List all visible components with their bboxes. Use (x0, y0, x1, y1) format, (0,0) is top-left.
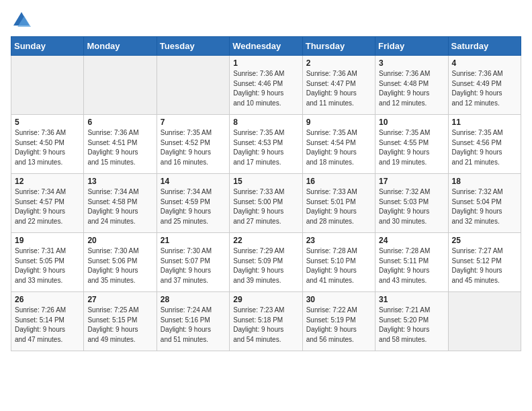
calendar-cell: 22Sunrise: 7:29 AM Sunset: 5:09 PM Dayli… (230, 233, 302, 292)
day-info: Sunrise: 7:22 AM Sunset: 5:19 PM Dayligh… (306, 306, 371, 345)
weekday-header: Wednesday (230, 37, 302, 56)
calendar-cell: 29Sunrise: 7:23 AM Sunset: 5:18 PM Dayli… (230, 292, 302, 351)
calendar-cell: 21Sunrise: 7:30 AM Sunset: 5:07 PM Dayli… (157, 233, 229, 292)
day-number: 19 (15, 236, 80, 245)
day-info: Sunrise: 7:35 AM Sunset: 4:53 PM Dayligh… (233, 128, 298, 167)
day-number: 8 (233, 118, 298, 127)
calendar-cell: 3Sunrise: 7:36 AM Sunset: 4:48 PM Daylig… (375, 56, 448, 115)
day-number: 3 (379, 58, 444, 68)
calendar-cell: 5Sunrise: 7:36 AM Sunset: 4:50 PM Daylig… (11, 115, 84, 174)
day-info: Sunrise: 7:33 AM Sunset: 5:01 PM Dayligh… (306, 187, 371, 226)
calendar-cell (11, 56, 84, 115)
day-info: Sunrise: 7:36 AM Sunset: 4:46 PM Dayligh… (233, 69, 298, 108)
day-number: 27 (87, 295, 152, 304)
day-number: 6 (87, 118, 152, 127)
day-number: 23 (306, 236, 371, 245)
weekday-header-row: SundayMondayTuesdayWednesdayThursdayFrid… (11, 37, 521, 56)
calendar-cell: 31Sunrise: 7:21 AM Sunset: 5:20 PM Dayli… (375, 292, 448, 351)
calendar-cell: 13Sunrise: 7:34 AM Sunset: 4:58 PM Dayli… (84, 174, 157, 233)
day-info: Sunrise: 7:21 AM Sunset: 5:20 PM Dayligh… (379, 306, 444, 345)
day-info: Sunrise: 7:27 AM Sunset: 5:12 PM Dayligh… (452, 246, 517, 285)
day-number: 16 (306, 177, 371, 186)
calendar-cell: 30Sunrise: 7:22 AM Sunset: 5:19 PM Dayli… (302, 292, 375, 351)
day-info: Sunrise: 7:35 AM Sunset: 4:54 PM Dayligh… (306, 128, 371, 167)
calendar-cell: 1Sunrise: 7:36 AM Sunset: 4:46 PM Daylig… (230, 56, 302, 115)
day-info: Sunrise: 7:32 AM Sunset: 5:04 PM Dayligh… (452, 187, 517, 226)
logo-icon (12, 11, 31, 30)
calendar-cell: 26Sunrise: 7:26 AM Sunset: 5:14 PM Dayli… (11, 292, 84, 351)
day-info: Sunrise: 7:36 AM Sunset: 4:48 PM Dayligh… (379, 69, 444, 108)
day-number: 24 (379, 236, 444, 245)
day-info: Sunrise: 7:35 AM Sunset: 4:56 PM Dayligh… (452, 128, 517, 167)
day-number: 13 (87, 177, 152, 186)
calendar-table: SundayMondayTuesdayWednesdayThursdayFrid… (11, 36, 521, 351)
calendar-cell: 15Sunrise: 7:33 AM Sunset: 5:00 PM Dayli… (230, 174, 302, 233)
day-number: 1 (233, 58, 298, 68)
calendar-week-row: 26Sunrise: 7:26 AM Sunset: 5:14 PM Dayli… (11, 292, 521, 351)
day-number: 10 (379, 118, 444, 127)
day-number: 7 (161, 118, 226, 127)
day-info: Sunrise: 7:24 AM Sunset: 5:16 PM Dayligh… (161, 306, 226, 345)
calendar-cell: 23Sunrise: 7:28 AM Sunset: 5:10 PM Dayli… (302, 233, 375, 292)
calendar-cell: 28Sunrise: 7:24 AM Sunset: 5:16 PM Dayli… (157, 292, 229, 351)
day-number: 12 (15, 177, 80, 186)
calendar-cell: 4Sunrise: 7:36 AM Sunset: 4:49 PM Daylig… (448, 56, 521, 115)
day-info: Sunrise: 7:26 AM Sunset: 5:14 PM Dayligh… (15, 306, 80, 345)
day-number: 20 (87, 236, 152, 245)
calendar-cell (157, 56, 229, 115)
day-info: Sunrise: 7:29 AM Sunset: 5:09 PM Dayligh… (233, 246, 298, 285)
weekday-header: Saturday (448, 37, 521, 56)
day-info: Sunrise: 7:34 AM Sunset: 4:57 PM Dayligh… (15, 187, 80, 226)
day-number: 29 (233, 295, 298, 304)
calendar-cell: 10Sunrise: 7:35 AM Sunset: 4:55 PM Dayli… (375, 115, 448, 174)
calendar-week-row: 5Sunrise: 7:36 AM Sunset: 4:50 PM Daylig… (11, 115, 521, 174)
day-number: 5 (15, 118, 80, 127)
calendar-cell: 25Sunrise: 7:27 AM Sunset: 5:12 PM Dayli… (448, 233, 521, 292)
day-info: Sunrise: 7:35 AM Sunset: 4:52 PM Dayligh… (161, 128, 226, 167)
day-info: Sunrise: 7:36 AM Sunset: 4:47 PM Dayligh… (306, 69, 371, 108)
day-info: Sunrise: 7:30 AM Sunset: 5:07 PM Dayligh… (161, 246, 226, 285)
calendar-cell: 18Sunrise: 7:32 AM Sunset: 5:04 PM Dayli… (448, 174, 521, 233)
day-number: 28 (161, 295, 226, 304)
day-info: Sunrise: 7:28 AM Sunset: 5:11 PM Dayligh… (379, 246, 444, 285)
calendar-week-row: 19Sunrise: 7:31 AM Sunset: 5:05 PM Dayli… (11, 233, 521, 292)
weekday-header: Thursday (302, 37, 375, 56)
weekday-header: Tuesday (157, 37, 229, 56)
day-info: Sunrise: 7:32 AM Sunset: 5:03 PM Dayligh… (379, 187, 444, 226)
weekday-header: Friday (375, 37, 448, 56)
day-number: 22 (233, 236, 298, 245)
day-number: 26 (15, 295, 80, 304)
day-info: Sunrise: 7:23 AM Sunset: 5:18 PM Dayligh… (233, 306, 298, 345)
day-number: 31 (379, 295, 444, 304)
day-number: 14 (161, 177, 226, 186)
weekday-header: Sunday (11, 37, 84, 56)
calendar-cell: 19Sunrise: 7:31 AM Sunset: 5:05 PM Dayli… (11, 233, 84, 292)
day-number: 18 (452, 177, 517, 186)
calendar-cell (448, 292, 521, 351)
calendar-cell: 8Sunrise: 7:35 AM Sunset: 4:53 PM Daylig… (230, 115, 302, 174)
day-info: Sunrise: 7:28 AM Sunset: 5:10 PM Dayligh… (306, 246, 371, 285)
calendar-cell (84, 56, 157, 115)
day-number: 21 (161, 236, 226, 245)
calendar-cell: 2Sunrise: 7:36 AM Sunset: 4:47 PM Daylig… (302, 56, 375, 115)
day-number: 9 (306, 118, 371, 127)
day-info: Sunrise: 7:31 AM Sunset: 5:05 PM Dayligh… (15, 246, 80, 285)
day-number: 25 (452, 236, 517, 245)
day-number: 30 (306, 295, 371, 304)
day-number: 4 (452, 58, 517, 68)
day-info: Sunrise: 7:33 AM Sunset: 5:00 PM Dayligh… (233, 187, 298, 226)
day-number: 15 (233, 177, 298, 186)
day-info: Sunrise: 7:30 AM Sunset: 5:06 PM Dayligh… (87, 246, 152, 285)
calendar-cell: 17Sunrise: 7:32 AM Sunset: 5:03 PM Dayli… (375, 174, 448, 233)
logo (11, 11, 31, 30)
calendar-cell: 14Sunrise: 7:34 AM Sunset: 4:59 PM Dayli… (157, 174, 229, 233)
day-info: Sunrise: 7:25 AM Sunset: 5:15 PM Dayligh… (87, 306, 152, 345)
day-info: Sunrise: 7:36 AM Sunset: 4:50 PM Dayligh… (15, 128, 80, 167)
day-number: 11 (452, 118, 517, 127)
calendar-week-row: 12Sunrise: 7:34 AM Sunset: 4:57 PM Dayli… (11, 174, 521, 233)
page-header (11, 11, 521, 30)
calendar-cell: 24Sunrise: 7:28 AM Sunset: 5:11 PM Dayli… (375, 233, 448, 292)
day-number: 17 (379, 177, 444, 186)
calendar-cell: 16Sunrise: 7:33 AM Sunset: 5:01 PM Dayli… (302, 174, 375, 233)
weekday-header: Monday (84, 37, 157, 56)
